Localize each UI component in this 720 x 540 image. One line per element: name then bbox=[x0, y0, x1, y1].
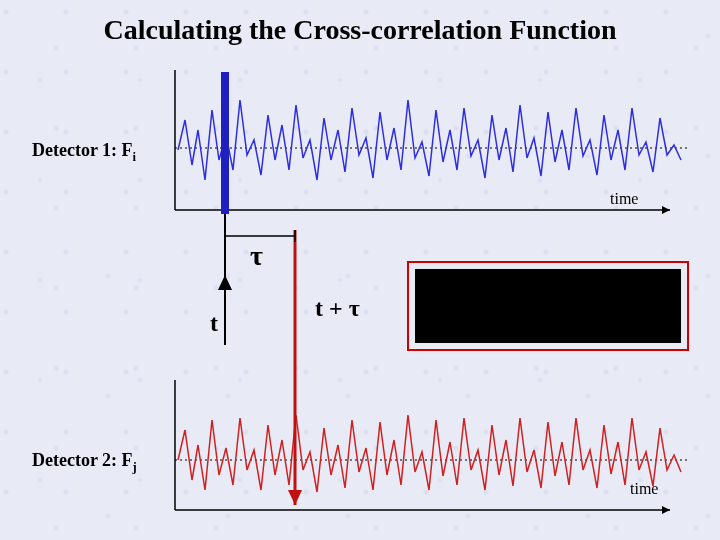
svg-marker-12 bbox=[288, 490, 302, 505]
detector1-signal bbox=[178, 100, 681, 180]
slide: Calculating the Cross-correlation Functi… bbox=[0, 0, 720, 540]
svg-marker-10 bbox=[218, 275, 232, 290]
detector2-axes bbox=[175, 380, 690, 514]
diagram-svg bbox=[0, 0, 720, 540]
svg-marker-2 bbox=[662, 206, 670, 214]
equation-box bbox=[408, 262, 688, 350]
t-plus-tau-marker-line bbox=[288, 230, 302, 505]
svg-rect-17 bbox=[415, 269, 681, 343]
t-marker-line bbox=[218, 72, 232, 345]
tau-bracket bbox=[225, 230, 295, 242]
svg-rect-8 bbox=[221, 72, 229, 214]
detector2-signal bbox=[178, 415, 681, 492]
svg-marker-6 bbox=[662, 506, 670, 514]
